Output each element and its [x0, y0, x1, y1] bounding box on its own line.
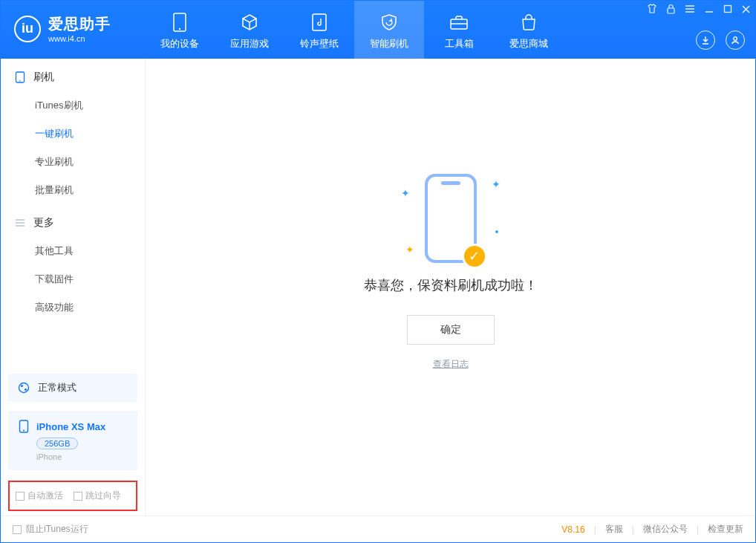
main-content: ✦ ✦ ✦ • ✓ 恭喜您，保资料刷机成功啦！ 确定 查看日志	[146, 59, 755, 516]
window-controls	[647, 4, 751, 14]
checkbox-skip-wizard[interactable]: 跳过向导	[74, 490, 121, 502]
app-window: iu 爱思助手 www.i4.cn 我的设备 应用游戏	[0, 0, 756, 543]
svg-rect-5	[725, 6, 731, 13]
logo-icon: iu	[14, 16, 41, 42]
tab-label: 工具箱	[445, 37, 474, 51]
tab-store[interactable]: 爱思商城	[494, 1, 564, 59]
music-file-icon	[309, 12, 330, 33]
maximize-button[interactable]	[723, 4, 732, 13]
wechat-link[interactable]: 微信公众号	[643, 523, 688, 536]
tab-my-device[interactable]: 我的设备	[145, 1, 215, 59]
view-log-link[interactable]: 查看日志	[433, 358, 469, 371]
group-label: 刷机	[33, 71, 54, 84]
group-label: 更多	[33, 216, 54, 230]
checkbox-label: 阻止iTunes运行	[26, 523, 88, 536]
sidebar: 刷机 iTunes刷机 一键刷机 专业刷机 批量刷机 更多 其他工具 下载固件 …	[1, 59, 146, 516]
shirt-icon[interactable]	[647, 4, 657, 14]
phone-icon	[17, 420, 30, 433]
footer: 阻止iTunes运行 V8.16 | 客服 | 微信公众号 | 检查更新	[1, 516, 755, 542]
checkbox-icon	[13, 525, 22, 534]
list-icon	[14, 217, 26, 229]
tab-label: 铃声壁纸	[300, 37, 339, 51]
tab-label: 智能刷机	[370, 37, 408, 51]
success-message: 恭喜您，保资料刷机成功啦！	[364, 276, 538, 294]
highlighted-options: 自动激活 跳过向导	[8, 481, 137, 511]
sidebar-item-batch-flash[interactable]: 批量刷机	[1, 176, 145, 204]
checkbox-label: 自动激活	[27, 490, 63, 502]
tablet-icon	[14, 71, 26, 83]
mode-icon	[17, 381, 30, 394]
mode-label: 正常模式	[38, 381, 76, 394]
sidebar-group-more: 更多	[1, 204, 145, 237]
nav-tabs: 我的设备 应用游戏 铃声壁纸 智能刷机	[145, 1, 564, 59]
mode-card[interactable]: 正常模式	[8, 374, 137, 402]
minimize-button[interactable]	[704, 4, 714, 14]
toolbox-icon	[449, 12, 469, 33]
bag-icon	[518, 12, 539, 33]
support-link[interactable]: 客服	[605, 523, 623, 536]
user-icon[interactable]	[726, 30, 745, 50]
app-title: 爱思助手	[48, 14, 111, 34]
tab-ring-wallpaper[interactable]: 铃声壁纸	[284, 1, 354, 59]
sidebar-item-other-tools[interactable]: 其他工具	[1, 237, 145, 265]
device-card[interactable]: iPhone XS Max 256GB iPhone	[8, 411, 137, 470]
shield-refresh-icon	[379, 12, 400, 33]
sidebar-item-download-firmware[interactable]: 下载固件	[1, 265, 145, 293]
device-icon	[169, 12, 190, 33]
tab-smart-flash[interactable]: 智能刷机	[354, 1, 424, 59]
version-label: V8.16	[561, 524, 584, 535]
body: 刷机 iTunes刷机 一键刷机 专业刷机 批量刷机 更多 其他工具 下载固件 …	[1, 59, 755, 516]
device-type: iPhone	[36, 452, 62, 461]
tab-label: 应用游戏	[230, 37, 269, 51]
svg-point-10	[21, 385, 23, 387]
download-icon[interactable]	[696, 30, 715, 50]
logo-area: iu 爱思助手 www.i4.cn	[1, 1, 145, 43]
header: iu 爱思助手 www.i4.cn 我的设备 应用游戏	[1, 1, 755, 59]
svg-point-6	[734, 37, 737, 41]
svg-point-1	[179, 28, 180, 30]
menu-icon[interactable]	[685, 4, 695, 13]
checkbox-auto-activate[interactable]: 自动激活	[16, 490, 63, 502]
sparkle-icon: •	[495, 226, 499, 238]
checkbox-block-itunes[interactable]: 阻止iTunes运行	[13, 523, 88, 536]
ok-button[interactable]: 确定	[407, 315, 495, 345]
tab-apps-games[interactable]: 应用游戏	[215, 1, 284, 59]
storage-badge: 256GB	[36, 438, 78, 449]
tab-label: 爱思商城	[509, 37, 548, 51]
cube-icon	[239, 12, 260, 33]
svg-point-11	[25, 388, 27, 391]
device-name: iPhone XS Max	[36, 421, 105, 432]
check-update-link[interactable]: 检查更新	[708, 523, 743, 536]
check-icon: ✓	[462, 244, 487, 269]
header-right-icons	[696, 30, 745, 50]
sparkle-icon: ✦	[401, 187, 410, 199]
checkbox-icon	[16, 492, 25, 501]
sparkle-icon: ✦	[405, 244, 414, 256]
svg-point-8	[19, 80, 21, 82]
checkbox-icon	[74, 492, 82, 501]
lock-icon[interactable]	[666, 4, 676, 14]
close-button[interactable]	[741, 4, 751, 14]
sidebar-item-onekey-flash[interactable]: 一键刷机	[1, 120, 145, 148]
tab-toolbox[interactable]: 工具箱	[424, 1, 494, 59]
checkbox-label: 跳过向导	[85, 490, 121, 502]
sidebar-item-advanced[interactable]: 高级功能	[1, 293, 145, 322]
sparkle-icon: ✦	[492, 178, 501, 190]
svg-point-13	[23, 430, 25, 432]
sidebar-item-pro-flash[interactable]: 专业刷机	[1, 148, 145, 176]
success-illustration: ✦ ✦ ✦ • ✓	[425, 174, 477, 263]
svg-rect-4	[668, 8, 674, 13]
sidebar-item-itunes-flash[interactable]: iTunes刷机	[1, 91, 145, 120]
svg-point-9	[19, 383, 29, 393]
sidebar-group-flash: 刷机	[1, 59, 145, 91]
app-subtitle: www.i4.cn	[48, 34, 111, 43]
tab-label: 我的设备	[160, 37, 199, 51]
